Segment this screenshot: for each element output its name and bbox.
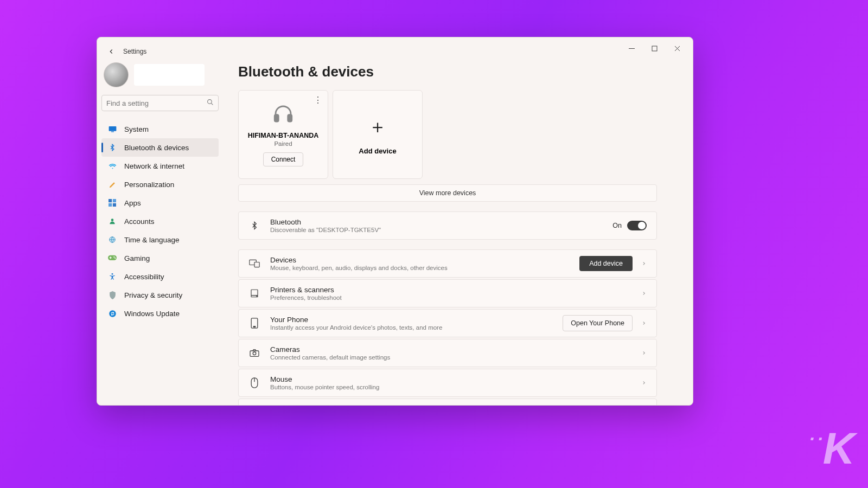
search-icon	[207, 99, 214, 107]
settings-window: Settings SystemBluetooth & devicesN	[97, 37, 693, 406]
system-icon	[108, 126, 117, 132]
sidebar-item-label: Accounts	[124, 217, 155, 226]
sidebar-item-label: Accessibility	[124, 273, 164, 281]
apps-icon	[108, 199, 117, 207]
row-title: Mouse	[270, 375, 633, 383]
page-title: Bluetooth & devices	[238, 63, 678, 80]
sidebar-item-accessibility[interactable]: Accessibility	[101, 267, 219, 286]
svg-rect-21	[254, 262, 259, 267]
search-input[interactable]	[106, 99, 207, 107]
sidebar-item-label: Gaming	[124, 254, 150, 262]
row-title: Printers & scanners	[270, 286, 633, 294]
bluetooth-icon	[248, 221, 260, 230]
sidebar-item-gaming[interactable]: Gaming	[101, 249, 219, 267]
sidebar-item-shield[interactable]: Privacy & security	[101, 286, 219, 304]
back-button[interactable]	[105, 45, 118, 58]
maximize-button[interactable]	[643, 41, 666, 56]
nav-list: SystemBluetooth & devicesNetwork & inter…	[101, 120, 219, 323]
accessibility-icon	[108, 273, 117, 280]
row-icon	[248, 377, 260, 388]
minimize-button[interactable]	[620, 41, 643, 56]
settings-row-mouse[interactable]: MouseButtons, mouse pointer speed, scrol…	[238, 369, 657, 397]
row-action-button[interactable]: Open Your Phone	[563, 315, 633, 331]
view-more-devices[interactable]: View more devices	[238, 184, 657, 202]
update-icon	[108, 310, 117, 318]
svg-rect-3	[108, 126, 116, 131]
settings-row-devices[interactable]: DevicesMouse, keyboard, pen, audio, disp…	[238, 249, 657, 278]
brush-icon	[108, 181, 117, 189]
chevron-right-icon	[641, 259, 647, 268]
bluetooth-row: Bluetooth Discoverable as "DESKTOP-TGKTE…	[238, 211, 657, 240]
sidebar-item-label: Personalization	[124, 181, 174, 189]
globe-icon	[108, 236, 117, 243]
bluetooth-icon	[108, 144, 117, 151]
sidebar-item-label: Privacy & security	[124, 291, 182, 299]
svg-rect-19	[288, 115, 292, 121]
svg-rect-18	[275, 115, 278, 121]
sidebar-item-bluetooth[interactable]: Bluetooth & devices	[101, 138, 219, 157]
row-subtitle: Preferences, troubleshoot	[270, 294, 633, 301]
sidebar-item-wifi[interactable]: Network & internet	[101, 157, 219, 175]
profile-text	[134, 64, 205, 86]
app-title: Settings	[123, 48, 146, 55]
svg-rect-5	[108, 199, 112, 202]
settings-row-pen-windows-ink[interactable]: Pen & Windows InkRight-handed or left-ha…	[238, 399, 657, 405]
row-action-button[interactable]: Add device	[579, 256, 633, 271]
sidebar: SystemBluetooth & devicesNetwork & inter…	[97, 59, 223, 405]
svg-rect-1	[652, 46, 657, 51]
titlebar	[97, 37, 693, 59]
connect-button[interactable]: Connect	[263, 152, 304, 166]
add-device-card[interactable]: ＋ Add device	[333, 90, 423, 179]
profile-block[interactable]	[101, 62, 219, 89]
device-more-icon[interactable]: ⋮	[314, 95, 322, 105]
headphones-icon	[272, 102, 295, 127]
settings-row-your-phone[interactable]: Your PhoneInstantly access your Android …	[238, 309, 657, 337]
person-icon	[108, 217, 117, 225]
device-cards: ⋮ HIFIMAN-BT-ANANDA Paired Connect ＋ Add…	[238, 90, 678, 179]
settings-row-printers-scanners[interactable]: Printers & scannersPreferences, troubles…	[238, 279, 657, 307]
row-subtitle: Connected cameras, default image setting…	[270, 354, 633, 361]
row-icon	[248, 288, 260, 298]
svg-rect-15	[110, 256, 111, 259]
svg-point-12	[113, 256, 114, 258]
bluetooth-title: Bluetooth	[270, 218, 612, 226]
wifi-icon	[108, 162, 117, 170]
shield-icon	[108, 291, 117, 299]
svg-point-9	[111, 219, 114, 221]
sidebar-item-system[interactable]: System	[101, 120, 219, 138]
svg-point-17	[109, 310, 116, 317]
sidebar-item-label: Apps	[124, 199, 141, 207]
sidebar-item-brush[interactable]: Personalization	[101, 175, 219, 194]
bluetooth-toggle-state: On	[612, 222, 622, 229]
svg-rect-7	[108, 203, 112, 207]
settings-row-cameras[interactable]: CamerasConnected cameras, default image …	[238, 339, 657, 367]
bluetooth-toggle[interactable]	[627, 221, 647, 230]
avatar	[104, 62, 129, 87]
sidebar-item-person[interactable]: Accounts	[101, 212, 219, 230]
main-content: Bluetooth & devices ⋮ HIFIMAN-BT-ANANDA …	[223, 59, 693, 405]
device-name: HIFIMAN-BT-ANANDA	[248, 132, 319, 139]
svg-point-16	[112, 273, 113, 275]
svg-rect-8	[113, 203, 116, 207]
chevron-right-icon	[641, 378, 647, 387]
row-title: Devices	[270, 256, 579, 264]
search-box[interactable]	[101, 95, 219, 111]
row-title: Cameras	[270, 345, 633, 354]
row-icon	[248, 259, 260, 268]
row-icon	[248, 318, 260, 329]
sidebar-item-update[interactable]: Windows Update	[101, 304, 219, 323]
row-subtitle: Instantly access your Android device's p…	[270, 324, 563, 331]
paired-device-card[interactable]: ⋮ HIFIMAN-BT-ANANDA Paired Connect	[238, 90, 328, 179]
watermark: ∙∙K	[806, 423, 853, 474]
bluetooth-subtitle: Discoverable as "DESKTOP-TGKTE5V"	[270, 227, 612, 233]
sidebar-item-label: System	[124, 125, 149, 133]
sidebar-item-globe[interactable]: Time & language	[101, 230, 219, 249]
chevron-right-icon	[641, 349, 647, 357]
svg-point-24	[257, 296, 257, 297]
add-device-label: Add device	[359, 147, 396, 155]
row-title: Your Phone	[270, 316, 563, 324]
svg-point-28	[253, 352, 256, 355]
close-button[interactable]	[666, 41, 688, 56]
svg-rect-22	[251, 290, 258, 296]
sidebar-item-apps[interactable]: Apps	[101, 194, 219, 212]
